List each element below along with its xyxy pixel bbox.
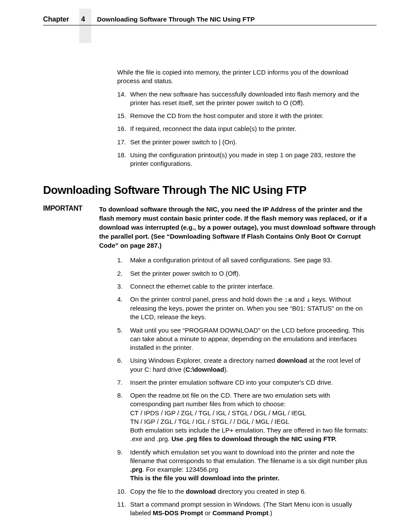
step-text: On the printer control panel, press and … <box>130 295 372 322</box>
text-fragment: and <box>292 296 306 303</box>
step-15: 15.Remove the CD from the host computer … <box>117 112 372 120</box>
step-number: 17. <box>117 138 130 146</box>
step-text: Set the printer power switch to O (Off). <box>130 269 372 278</box>
text-fragment: directory you created in step 6. <box>216 488 306 495</box>
intro-paragraph: While the file is copied into memory, th… <box>117 68 372 86</box>
step-number: 8. <box>117 391 130 444</box>
step-number: 7. <box>117 378 130 387</box>
step-text: Make a configuration printout of all sav… <box>130 256 372 264</box>
step-number: 16. <box>117 124 130 133</box>
step-number: 5. <box>117 326 130 352</box>
ftp-step-8: 8. Open the readme.txt file on the CD. T… <box>117 391 372 444</box>
ftp-step-5: 5.Wait until you see “PROGRAM DOWNLOAD” … <box>117 326 372 352</box>
text-fragment: Using Windows Explorer, create a directo… <box>130 357 277 364</box>
step-14: 14.When the new software has successfull… <box>117 90 372 108</box>
step-number: 15. <box>117 112 130 120</box>
step-18: 18.Using the configuration printout(s) y… <box>117 151 372 168</box>
bold-text: Command Prompt <box>212 509 268 516</box>
step-number: 9. <box>117 448 130 483</box>
step-text: Identify which emulation set you want to… <box>130 448 372 483</box>
text-fragment: ). <box>224 366 228 373</box>
important-label: IMPORTANT <box>43 205 99 250</box>
bold-text: .prg <box>130 466 142 473</box>
important-body: To download software through the NIC, yo… <box>99 205 377 250</box>
chapter-number: 4 <box>81 16 85 23</box>
step-number: 1. <box>117 256 130 264</box>
ftp-step-11: 11. Start a command prompt session in Wi… <box>117 500 372 518</box>
step-text: Using the configuration printout(s) you … <box>130 151 372 168</box>
step-text: When the new software has successfully d… <box>130 90 372 108</box>
step-text: Insert the printer emulation software CD… <box>130 378 372 387</box>
text-fragment: Open the readme.txt file on the CD. Ther… <box>130 392 330 408</box>
step-text: Wait until you see “PROGRAM DOWNLOAD” on… <box>130 326 372 352</box>
ftp-step-9: 9. Identify which emulation set you want… <box>117 448 372 483</box>
ftp-step-4: 4. On the printer control panel, press a… <box>117 295 372 322</box>
step-number: 10. <box>117 487 130 496</box>
text-fragment: Copy the file to the <box>130 488 186 495</box>
step-16: 16.If required, reconnect the data input… <box>117 124 372 133</box>
page-header: Chapter 4 Downloading Software Through T… <box>43 16 377 25</box>
step-number: 11. <box>117 500 130 518</box>
step-text: Start a command prompt session in Window… <box>130 500 372 518</box>
ftp-step-3: 3.Connect the ethernet cable to the prin… <box>117 282 372 291</box>
ftp-step-1: 1.Make a configuration printout of all s… <box>117 256 372 264</box>
ftp-steps-list: 1.Make a configuration printout of all s… <box>117 256 372 517</box>
step-17: 17.Set the printer power switch to | (On… <box>117 138 372 146</box>
text-fragment: . For example: 123456.prg <box>142 466 218 473</box>
down-arrow-key-icon: ↓ <box>306 296 310 304</box>
step-number: 2. <box>117 269 130 278</box>
chapter-running-title: Downloading Software Through The NIC Usi… <box>97 16 255 23</box>
step-text: Remove the CD from the host computer and… <box>130 112 372 120</box>
text-fragment: .) <box>268 509 272 516</box>
step-number: 6. <box>117 356 130 374</box>
section-heading: Downloading Software Through The NIC Usi… <box>43 184 377 197</box>
step-text: Copy the file to the download directory … <box>130 487 372 496</box>
text-fragment: On the printer control panel, press and … <box>130 296 284 303</box>
step-text: Using Windows Explorer, create a directo… <box>130 356 372 374</box>
text-fragment: or <box>203 509 212 516</box>
step-text: Connect the ethernet cable to the printe… <box>130 282 372 291</box>
ftp-step-2: 2.Set the printer power switch to O (Off… <box>117 269 372 278</box>
step-number: 14. <box>117 90 130 108</box>
step-text: If required, reconnect the data input ca… <box>130 124 372 133</box>
bold-text: download <box>277 357 307 364</box>
bold-text: download <box>186 488 216 495</box>
bold-text: This is the file you will download into … <box>130 474 280 482</box>
step-number: 3. <box>117 282 130 291</box>
chapter-label: Chapter <box>43 16 69 23</box>
important-note: IMPORTANT To download software through t… <box>43 205 377 250</box>
ftp-step-7: 7.Insert the printer emulation software … <box>117 378 372 387</box>
text-fragment: Identify which emulation set you want to… <box>130 448 367 464</box>
text-fragment: TN / IGP / ZGL / TGL / IGL / STGL / / DG… <box>130 418 290 425</box>
step-number: 4. <box>117 295 130 322</box>
ftp-step-6: 6. Using Windows Explorer, create a dire… <box>117 356 372 374</box>
step-number: 18. <box>117 151 130 168</box>
step-text: Set the printer power switch to | (On). <box>130 138 372 146</box>
continued-steps-list: 14.When the new software has successfull… <box>117 90 372 168</box>
menu-key-icon: :≡ <box>284 296 292 304</box>
bold-text: C:\download <box>185 366 224 373</box>
bold-text: Use .prg files to download through the N… <box>171 435 336 442</box>
bold-text: MS-DOS Prompt <box>153 509 203 516</box>
ftp-step-10: 10. Copy the file to the download direct… <box>117 487 372 496</box>
text-fragment: CT / IPDS / IGP / ZGL / TGL / IGL / STGL… <box>130 409 306 417</box>
step-text: Open the readme.txt file on the CD. Ther… <box>130 391 372 444</box>
